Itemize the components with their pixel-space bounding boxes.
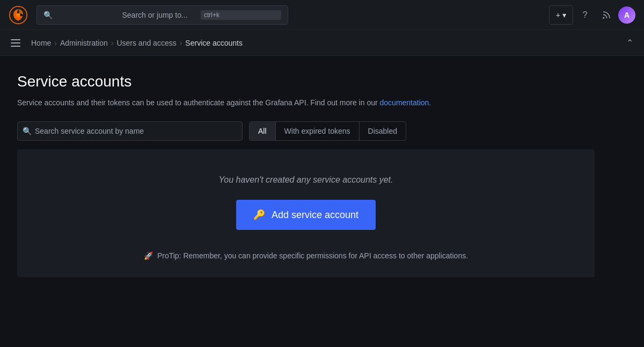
filter-tab-disabled-label: Disabled — [368, 127, 397, 135]
hamburger-line-1 — [11, 39, 20, 40]
breadcrumb: Home › Administration › Users and access… — [31, 39, 624, 47]
key-icon: 🔑 — [253, 209, 265, 221]
search-input[interactable] — [17, 121, 243, 141]
chevron-up-icon: ⌃ — [626, 38, 633, 47]
search-placeholder: Search or jump to... — [122, 11, 196, 19]
page-description: Service accounts and their tokens can be… — [17, 97, 595, 109]
protip: 🚀 ProTip: Remember, you can provide spec… — [34, 251, 577, 260]
breadcrumb-sep-2: › — [111, 39, 114, 47]
avatar-initials: A — [624, 11, 630, 19]
rss-icon — [602, 10, 611, 20]
search-wrapper: 🔍 — [17, 121, 243, 141]
search-icon: 🔍 — [43, 11, 118, 19]
filter-tab-disabled[interactable]: Disabled — [360, 122, 406, 140]
page-title: Service accounts — [17, 73, 595, 90]
empty-state-card: You haven't created any service accounts… — [17, 149, 595, 277]
breadcrumb-bar: Home › Administration › Users and access… — [0, 30, 644, 56]
filter-tab-expired-label: With expired tokens — [284, 127, 350, 135]
empty-message: You haven't created any service accounts… — [34, 175, 577, 185]
breadcrumb-current: Service accounts — [185, 39, 243, 47]
question-icon: ? — [583, 10, 588, 20]
global-search[interactable]: 🔍 Search or jump to... ctrl+k — [36, 5, 288, 25]
main-content: Service accounts Service accounts and th… — [0, 56, 612, 290]
add-service-account-label: Add service account — [272, 209, 358, 221]
filter-tab-all[interactable]: All — [250, 122, 276, 140]
filter-row: 🔍 All With expired tokens Disabled — [17, 121, 595, 141]
filter-tab-expired[interactable]: With expired tokens — [276, 122, 360, 140]
topnav-actions: + ▾ ? A — [549, 5, 635, 25]
hamburger-menu-button[interactable] — [9, 37, 23, 49]
help-button[interactable]: ? — [575, 5, 595, 25]
svg-point-2 — [603, 17, 604, 18]
grafana-logo[interactable] — [9, 5, 28, 25]
breadcrumb-administration[interactable]: Administration — [60, 39, 108, 47]
rss-button[interactable] — [597, 5, 616, 25]
breadcrumb-sep-1: › — [54, 39, 57, 47]
description-text: Service accounts and their tokens can be… — [17, 98, 378, 107]
breadcrumb-collapse-button[interactable]: ⌃ — [624, 35, 635, 50]
hamburger-line-3 — [11, 46, 20, 47]
search-input-icon: 🔍 — [23, 127, 32, 135]
breadcrumb-users-and-access[interactable]: Users and access — [116, 39, 176, 47]
top-navigation: 🔍 Search or jump to... ctrl+k + ▾ ? A — [0, 0, 644, 30]
plus-icon: + — [556, 11, 560, 19]
breadcrumb-home[interactable]: Home — [31, 39, 51, 47]
filter-tab-all-label: All — [258, 127, 267, 135]
chevron-down-icon: ▾ — [562, 11, 566, 19]
rocket-icon: 🚀 — [144, 251, 153, 260]
hamburger-line-2 — [11, 42, 20, 44]
search-shortcut: ctrl+k — [201, 10, 281, 20]
search-box[interactable]: 🔍 Search or jump to... ctrl+k — [36, 5, 288, 25]
protip-text: ProTip: Remember, you can provide specif… — [157, 251, 468, 260]
documentation-link[interactable]: documentation. — [380, 98, 431, 107]
breadcrumb-sep-3: › — [180, 39, 182, 47]
new-button[interactable]: + ▾ — [549, 5, 573, 25]
filter-tabs: All With expired tokens Disabled — [249, 121, 406, 141]
user-avatar[interactable]: A — [618, 6, 635, 24]
add-service-account-button[interactable]: 🔑 Add service account — [236, 200, 376, 230]
